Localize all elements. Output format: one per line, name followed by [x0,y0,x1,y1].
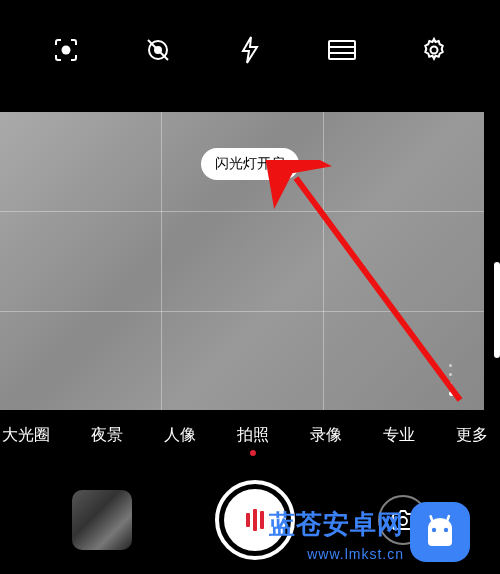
aspect-ratio-icon[interactable] [327,35,357,65]
mode-photo[interactable]: 拍照 [231,425,275,446]
mode-photo-label: 拍照 [237,426,269,443]
mode-pro[interactable]: 专业 [377,425,421,446]
grid-line [161,112,162,410]
svg-rect-4 [329,41,355,59]
motion-off-icon[interactable] [143,35,173,65]
mode-aperture[interactable]: 大光圈 [0,425,56,446]
flash-toast: 闪光灯开启 [201,148,299,180]
settings-icon[interactable] [419,35,449,65]
side-handle[interactable] [494,262,500,358]
svg-rect-13 [446,514,451,521]
grid-line [0,211,484,212]
active-mode-dot [250,450,256,456]
top-toolbar [0,0,500,100]
lens-mode-icon[interactable] [51,35,81,65]
mode-more[interactable]: 更多 [450,425,494,446]
svg-point-7 [431,47,438,54]
watermark-logo [410,502,470,562]
mode-selector: 大光圈 夜景 人像 拍照 录像 专业 更多 [0,414,500,456]
mode-night[interactable]: 夜景 [85,425,129,446]
grid-line [0,311,484,312]
flash-icon[interactable] [235,35,265,65]
svg-point-10 [432,528,436,532]
svg-point-11 [444,528,448,532]
mode-portrait[interactable]: 人像 [158,425,202,446]
mode-video[interactable]: 录像 [304,425,348,446]
watermark-brand: 蓝苍安卓网 [269,507,404,542]
zoom-indicator [449,364,454,396]
svg-rect-12 [429,515,434,522]
svg-point-0 [62,46,71,55]
gallery-thumbnail[interactable] [72,490,132,550]
watermark-url: www.lmkst.cn [307,546,404,562]
grid-line [323,112,324,410]
